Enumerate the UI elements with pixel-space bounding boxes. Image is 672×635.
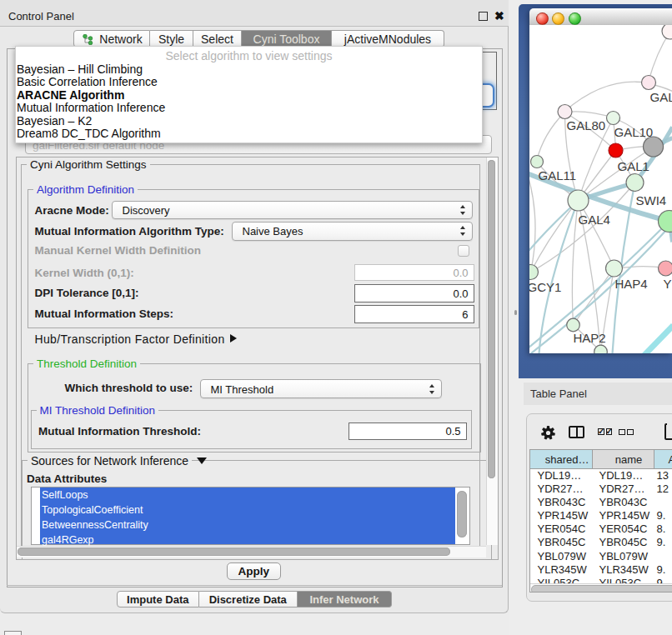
svg-text:Y: Y: [663, 276, 671, 290]
svg-text:HAP2: HAP2: [573, 330, 605, 344]
svg-text:SWI4: SWI4: [635, 192, 666, 207]
svg-text:GAL80: GAL80: [566, 118, 605, 132]
svg-text:GCY1: GCY1: [529, 279, 561, 293]
svg-text:GAL7: GAL7: [649, 89, 672, 103]
svg-text:GAL10: GAL10: [614, 124, 653, 138]
svg-text:GAL11: GAL11: [538, 168, 576, 182]
svg-text:HAP4: HAP4: [614, 276, 647, 290]
svg-text:GAL1: GAL1: [617, 158, 649, 172]
svg-text:GAL4: GAL4: [578, 212, 609, 226]
